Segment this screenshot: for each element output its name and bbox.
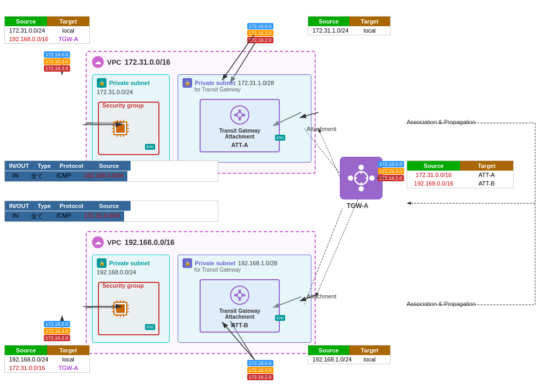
bl-target-col: Target: [47, 345, 89, 355]
nacl1-header: IN/OUT Type Protocol Source: [5, 161, 218, 171]
eni-tgw2-badge: ENI: [275, 315, 285, 321]
tgw-subnet2-cidr-inline: 192.168.1.0/28: [238, 260, 277, 266]
route-badge: 172.16.3.0: [247, 30, 273, 36]
table-row: 172.31.0.0/16 TGW-A: [5, 364, 89, 372]
source-cell: 172.31.0.0/24: [5, 26, 47, 35]
eni1-badge: ENI: [145, 144, 155, 150]
tgw-subnet1-name: Private subnet: [195, 80, 235, 86]
vpc2-box: ☁ VPC 192.168.0.0/16 🔒 Private subnet 19…: [86, 231, 316, 354]
tgw-hub-icon: [345, 162, 377, 194]
svg-point-57: [239, 298, 241, 301]
route-badge: 172.16.2.0: [44, 65, 70, 72]
br-route-header: Source Target: [308, 345, 390, 355]
nacl2-row: IN 全て ICMP 172.31.0.0/24: [5, 211, 218, 221]
bl-route-header: Source Target: [5, 345, 89, 355]
top-left-badge-group: 172.16.0.0 172.16.3.0 172.16.2.0: [44, 51, 70, 72]
svg-point-56: [239, 290, 241, 293]
vpc1-box: ☁ VPC 172.31.0.0/16 🔒 Private subnet 172…: [86, 51, 316, 174]
br-target-col: Target: [349, 345, 391, 355]
route-badge: 172.16.2.0: [247, 37, 273, 43]
svg-point-66: [359, 186, 364, 191]
subnet1-icon: 🔒: [97, 78, 106, 88]
nacl1-col-inout: IN/OUT: [5, 161, 33, 171]
tgw-label: TGW-A: [347, 202, 368, 210]
br-target-cell: local: [349, 355, 391, 364]
svg-line-81: [316, 199, 358, 297]
route-badge: 172.16.0.0: [44, 51, 70, 58]
route-badge: 172.16.3.0: [44, 328, 70, 334]
route-badge: 172.16.2.0: [247, 374, 273, 380]
svg-point-35: [234, 114, 237, 117]
nacl1-col-protocol: Protocol: [55, 161, 88, 171]
target-col-header: Target: [349, 17, 391, 26]
vpc2-icon: ☁: [92, 236, 104, 248]
vpc1-label: ☁ VPC 172.31.0.0/16: [92, 56, 170, 68]
nacl1-col-type: Type: [33, 161, 55, 171]
svg-point-59: [243, 294, 246, 297]
svg-point-68: [369, 175, 375, 181]
route-badge: 172.16.2.0: [44, 335, 70, 341]
tgw-subnet2-desc: for Transit Gateway: [194, 267, 241, 273]
source-col-header: Source: [5, 17, 47, 26]
nacl1-cell-inout: IN: [5, 171, 26, 181]
table-row: 192.168.0.0/16 TGW-A: [5, 35, 89, 43]
eni-tgw1-badge: ENI: [275, 135, 285, 141]
tgw-att1-svg: [233, 109, 246, 121]
subnet2-name: Private subnet: [109, 260, 150, 266]
assoc-prop-label-top: Association & Propagation: [407, 119, 476, 125]
subnet1-name: Private subnet: [109, 80, 150, 86]
nacl2-col-protocol: Protocol: [55, 201, 88, 211]
subnet1-label: 🔒 Private subnet: [97, 78, 150, 88]
tgw-subnet1-icon: 🔒: [182, 78, 192, 88]
nacl2-table: IN/OUT Type Protocol Source IN 全て ICMP 1…: [4, 201, 218, 222]
diagram: Source Target 172.31.0.0/24 local 192.16…: [0, 0, 549, 392]
route-badge: 172.16.0.0: [378, 161, 404, 167]
vpc1-security-group: Security group: [98, 102, 159, 155]
svg-line-80: [318, 128, 340, 178]
tgw-att2-svg: [233, 289, 246, 302]
bottom-left-route-table: Source Target 192.168.0.0/24 local 172.3…: [4, 345, 90, 373]
table-row: 172.31.0.0/24 local: [5, 26, 89, 35]
bl-source-col: Source: [5, 345, 47, 355]
tgw-badge-group1: 172.16.0.0 172.16.3.0 172.16.2.0: [378, 161, 404, 181]
nacl1-row: IN 全て ICMP 192.168.0.0/24: [5, 171, 218, 181]
vpc1-icon: ☁: [92, 56, 104, 68]
vpc1-tgw-subnet: 🔒 Private subnet 172.31.1.0/28 for Trans…: [178, 74, 311, 163]
nacl1-cell-source: 192.168.0.0/24: [80, 171, 127, 181]
nacl2-col-type: Type: [33, 201, 55, 211]
tgw-source-cell: 192.168.0.0/16: [407, 179, 460, 188]
sg2-chip-icon: [110, 298, 131, 319]
vpc2-security-group: Security group ENI: [98, 282, 159, 335]
vpc2-vpc-text: VPC: [107, 239, 121, 247]
assoc-prop-label-bottom: Association & Propagation: [407, 301, 476, 307]
vpc2-label: ☁ VPC 192.168.0.0/16: [92, 236, 174, 248]
vpc1-vpc-text: VPC: [107, 58, 121, 66]
nacl2-header: IN/OUT Type Protocol Source: [5, 201, 218, 211]
sg1-chip-icon: [110, 118, 131, 139]
route-table-header: Source Target: [5, 17, 89, 26]
nacl2-cell-source: 172.31.0.0/24: [80, 211, 124, 221]
route-badge: 172.16.0.0: [247, 23, 273, 29]
svg-point-33: [239, 110, 241, 112]
target-cell: local: [47, 26, 89, 35]
top-left-route-table: Source Target 172.31.0.0/24 local 192.16…: [4, 16, 90, 44]
route-badge: 172.16.3.0: [247, 367, 273, 373]
tgw-subnet2-icon: 🔒: [182, 258, 192, 268]
top-right-route-table: Source Target 172.31.1.0/24 local: [308, 16, 391, 35]
nacl2-col-inout: IN/OUT: [5, 201, 33, 211]
table-row: 192.168.0.0/24 local: [5, 355, 89, 364]
bl-target-cell: TGW-A: [47, 364, 89, 372]
source-cell: 192.168.0.0/16: [5, 35, 47, 43]
bottom-right-badge-group: 172.16.0.0 172.16.3.0 172.16.2.0: [247, 360, 273, 380]
tgw-target-cell: ATT-A: [460, 171, 513, 179]
svg-point-58: [234, 294, 237, 297]
bl-source-cell: 172.31.0.0/16: [5, 364, 47, 372]
nacl1-cell-type: 全て: [26, 171, 48, 181]
route-badge: 172.16.3.0: [378, 168, 404, 174]
sg2-label: Security group: [102, 282, 144, 289]
nacl1-cell-protocol: ICMP: [48, 171, 80, 181]
nacl1-table: IN/OUT Type Protocol Source IN 全て ICMP 1…: [4, 160, 218, 182]
tgw-target-col: Target: [460, 161, 513, 171]
route-badge: 172.16.0.0: [247, 360, 273, 366]
nacl2-cell-inout: IN: [5, 211, 26, 221]
